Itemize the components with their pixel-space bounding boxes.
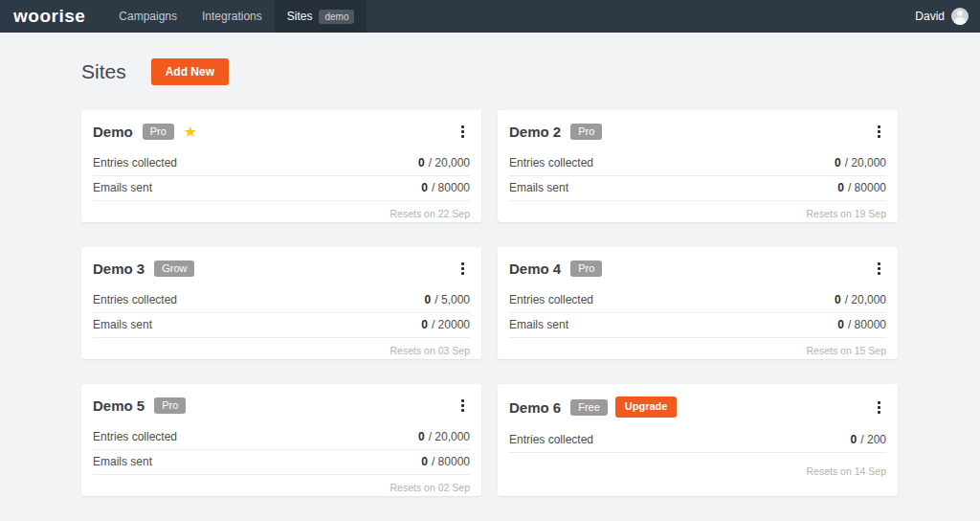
site-card-demo-6: Demo 6 Free Upgrade Entries collected 0/… — [498, 384, 898, 496]
stat-label: Emails sent — [93, 455, 152, 468]
account-menu[interactable]: David — [915, 0, 980, 33]
resets-date: Resets on 02 Sep — [93, 475, 470, 493]
site-card-demo-5: Demo 5 Pro Entries collected 0/ 20,000 E… — [81, 384, 481, 496]
add-new-button[interactable]: Add New — [151, 58, 229, 85]
page-title: Sites — [81, 60, 126, 83]
kebab-menu-icon[interactable] — [872, 122, 886, 142]
stat-row-entries: Entries collected 0/ 20,000 — [93, 151, 470, 176]
stat-value: 0/ 20000 — [421, 318, 470, 331]
nav-item-integrations[interactable]: Integrations — [189, 0, 275, 33]
main-content: Sites Add New Demo Pro ★ Entries collect… — [0, 33, 980, 496]
resets-date: Resets on 15 Sep — [509, 338, 886, 356]
stat-label: Entries collected — [509, 433, 593, 446]
page-header: Sites Add New — [81, 58, 899, 85]
stat-label: Emails sent — [509, 181, 568, 194]
kebab-menu-icon[interactable] — [872, 397, 886, 418]
plan-badge: Grow — [154, 260, 194, 277]
nav-item-sites[interactable]: Sites demo — [275, 0, 368, 33]
stat-value: 0/ 5,000 — [425, 293, 470, 306]
stat-label: Emails sent — [93, 181, 152, 194]
card-head: Demo 4 Pro — [509, 259, 886, 279]
stat-row-entries: Entries collected 0/ 20,000 — [509, 288, 886, 313]
kebab-menu-icon[interactable] — [456, 396, 470, 416]
card-head: Demo 6 Free Upgrade — [509, 396, 886, 419]
stat-row-entries: Entries collected 0/ 20,000 — [93, 425, 470, 450]
resets-date: Resets on 03 Sep — [93, 338, 470, 356]
card-head: Demo 5 Pro — [93, 396, 470, 416]
site-title[interactable]: Demo 2 — [509, 124, 561, 140]
stat-row-emails: Emails sent 0/ 20000 — [93, 313, 470, 338]
resets-date: Resets on 22 Sep — [93, 201, 470, 219]
plan-badge: Free — [570, 399, 608, 416]
plan-badge: Pro — [570, 124, 602, 140]
resets-date: Resets on 14 Sep — [509, 459, 886, 477]
kebab-menu-icon[interactable] — [872, 259, 886, 279]
stat-value: 0/ 80000 — [421, 455, 470, 468]
stat-value: 0/ 20,000 — [418, 156, 470, 170]
stat-value: 0/ 80000 — [837, 318, 886, 331]
site-title[interactable]: Demo 5 — [93, 397, 145, 414]
site-cards-grid: Demo Pro ★ Entries collected 0/ 20,000 E… — [81, 110, 899, 496]
site-demo-badge: demo — [319, 10, 354, 24]
site-title[interactable]: Demo 4 — [509, 260, 561, 277]
site-title[interactable]: Demo 3 — [93, 260, 145, 277]
stat-label: Entries collected — [93, 156, 177, 170]
nav-items: Campaigns Integrations Sites demo — [106, 0, 367, 33]
kebab-menu-icon[interactable] — [456, 259, 470, 279]
stat-value: 0/ 20,000 — [835, 156, 886, 170]
stat-value: 0/ 200 — [851, 433, 886, 446]
kebab-menu-icon[interactable] — [456, 122, 470, 142]
stat-label: Entries collected — [93, 430, 177, 443]
card-head: Demo 3 Grow — [93, 259, 470, 279]
plan-badge: Pro — [570, 260, 602, 277]
stat-value: 0/ 80000 — [421, 181, 470, 194]
woorise-logo[interactable]: Woorise — [13, 6, 85, 27]
stat-label: Entries collected — [509, 293, 593, 306]
card-head: Demo 2 Pro — [509, 122, 886, 142]
plan-badge: Pro — [154, 397, 186, 414]
upgrade-button[interactable]: Upgrade — [615, 396, 678, 417]
stat-label: Emails sent — [509, 318, 568, 331]
site-card-demo-4: Demo 4 Pro Entries collected 0/ 20,000 E… — [498, 247, 898, 359]
stat-value: 0/ 20,000 — [835, 293, 886, 306]
stat-row-emails: Emails sent 0/ 80000 — [509, 176, 886, 201]
card-head: Demo Pro ★ — [93, 122, 470, 142]
stat-label: Entries collected — [93, 293, 177, 306]
top-navbar: Woorise Campaigns Integrations Sites dem… — [0, 0, 980, 33]
stat-value: 0/ 20,000 — [418, 430, 470, 443]
site-card-demo: Demo Pro ★ Entries collected 0/ 20,000 E… — [81, 110, 481, 222]
site-title[interactable]: Demo — [93, 124, 133, 140]
site-card-demo-3: Demo 3 Grow Entries collected 0/ 5,000 E… — [81, 247, 481, 359]
stat-row-emails: Emails sent 0/ 80000 — [93, 176, 470, 201]
stat-label: Emails sent — [93, 318, 152, 331]
nav-item-sites-label: Sites — [287, 10, 313, 23]
site-card-demo-2: Demo 2 Pro Entries collected 0/ 20,000 E… — [498, 110, 898, 222]
site-title[interactable]: Demo 6 — [509, 399, 561, 416]
stat-row-entries: Entries collected 0/ 5,000 — [93, 288, 470, 313]
resets-date: Resets on 19 Sep — [509, 201, 886, 219]
stat-row-entries: Entries collected 0/ 200 — [509, 428, 886, 453]
stat-value: 0/ 80000 — [837, 181, 886, 194]
stat-row-entries: Entries collected 0/ 20,000 — [509, 151, 886, 176]
stat-row-emails: Emails sent 0/ 80000 — [93, 450, 470, 475]
star-icon[interactable]: ★ — [184, 125, 197, 140]
stat-label: Entries collected — [509, 156, 593, 170]
nav-item-campaigns[interactable]: Campaigns — [106, 0, 189, 33]
user-avatar-icon[interactable] — [951, 8, 969, 25]
user-name: David — [915, 10, 945, 23]
stat-row-emails: Emails sent 0/ 80000 — [509, 313, 886, 338]
plan-badge: Pro — [143, 124, 174, 140]
